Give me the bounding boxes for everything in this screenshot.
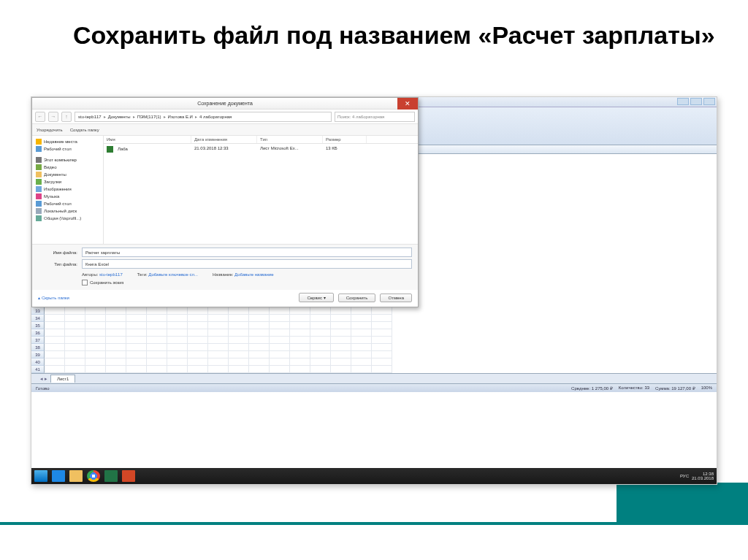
filetype-label: Тип файла: <box>38 262 77 266</box>
breadcrumb-item[interactable]: Документы <box>108 115 131 119</box>
slide-title: Сохранить файл под названием «Расчет зар… <box>73 20 715 50</box>
nav-up-icon[interactable]: ↑ <box>61 112 72 122</box>
tags-value[interactable]: Добавьте ключевое сл... <box>148 272 198 277</box>
sidebar-item[interactable]: Локальный диск <box>32 207 103 215</box>
hide-folders-link[interactable]: ▴ Скрыть папки <box>38 295 69 300</box>
docname-value[interactable]: Добавьте название <box>234 272 273 277</box>
sheet-tabs[interactable]: ◂ ▸ Лист1 <box>31 373 717 383</box>
filename-label: Имя файла: <box>38 250 77 255</box>
status-bar: Готово Среднее: 1 275,00 ₽ Количество: 3… <box>31 383 717 392</box>
powerpoint-icon[interactable] <box>122 470 135 482</box>
folder-icon <box>36 215 42 221</box>
save-thumbnail-checkbox[interactable] <box>82 280 88 285</box>
organize-button[interactable]: Упорядочить <box>37 128 63 132</box>
close-icon[interactable]: ✕ <box>397 98 418 110</box>
sidebar-item-recent[interactable]: Недавние места <box>32 138 103 145</box>
folder-icon <box>36 179 42 185</box>
pc-icon <box>36 157 42 163</box>
dialog-toolbar: Упорядочить Создать папку <box>32 124 418 136</box>
sidebar-item[interactable]: Общая (\\tsprofil...) <box>32 215 103 222</box>
chrome-icon[interactable] <box>87 470 100 482</box>
file-explorer-icon[interactable] <box>69 470 83 482</box>
tray-lang[interactable]: РУС <box>680 474 689 478</box>
accent-bar <box>617 483 748 525</box>
dialog-title: Сохранение документа ✕ <box>32 98 418 110</box>
sidebar-thispc[interactable]: Этот компьютер <box>32 156 103 164</box>
start-button-icon[interactable] <box>34 470 47 482</box>
folder-icon <box>36 172 42 177</box>
save-as-dialog: Сохранение документа ✕ ← → ↑ stu-tepb117… <box>31 97 419 307</box>
sidebar-item[interactable]: Видео <box>32 164 103 171</box>
dialog-navbar: ← → ↑ stu-tepb117▸Документы▸ПЭМ(117(1)▸И… <box>32 110 418 124</box>
new-folder-button[interactable]: Создать папку <box>70 128 99 132</box>
folder-icon <box>36 201 42 207</box>
star-icon <box>36 139 42 145</box>
sheet-tab[interactable]: Лист1 <box>50 375 75 383</box>
file-list[interactable]: Имя Дата изменения Тип Размер Лаба 21.03… <box>104 136 418 244</box>
folder-icon <box>36 193 42 199</box>
folder-icon <box>36 208 42 214</box>
list-item[interactable]: Лаба 21.03.2018 12:33 Лист Microsoft Ex.… <box>104 144 418 155</box>
window-controls[interactable] <box>677 98 715 105</box>
cancel-button[interactable]: Отмена <box>380 294 412 302</box>
sidebar-item[interactable]: Музыка <box>32 193 103 200</box>
nav-back-icon[interactable]: ← <box>35 112 45 122</box>
search-input[interactable]: Поиск: 4 лабораторная <box>335 112 415 122</box>
breadcrumb-item[interactable]: 4 лабораторная <box>199 115 232 119</box>
nav-fwd-icon[interactable]: → <box>48 112 58 122</box>
save-button[interactable]: Сохранить <box>338 294 376 302</box>
dialog-bottom: Имя файла: Расчет зарплаты Тип файла: Кн… <box>32 244 418 290</box>
excel-icon[interactable] <box>104 470 118 482</box>
sidebar-item[interactable]: Рабочий стол <box>32 200 103 207</box>
save-thumbnail-label: Сохранить эскиз <box>90 280 123 285</box>
zoom-level[interactable]: 100% <box>701 386 712 391</box>
breadcrumb-item[interactable]: ПЭМ(117(1) <box>137 115 161 119</box>
breadcrumb-item[interactable]: Изотова Е.И <box>168 115 193 119</box>
screenshot: Microsoft Excel Объединить и поместить в… <box>31 96 717 485</box>
sidebar-item[interactable]: Изображения <box>32 185 103 193</box>
folder-icon <box>36 164 42 170</box>
breadcrumb-item[interactable]: stu-tepb117 <box>78 115 102 119</box>
system-tray[interactable]: РУС 12:38 21.03.2018 <box>680 472 714 480</box>
desktop-icon <box>36 146 42 152</box>
authors-value[interactable]: stu-tepb117 <box>99 272 123 277</box>
breadcrumb[interactable]: stu-tepb117▸Документы▸ПЭМ(117(1)▸Изотова… <box>75 112 332 122</box>
sidebar-item[interactable]: Документы <box>32 171 103 178</box>
tray-clock[interactable]: 12:38 21.03.2018 <box>692 472 714 480</box>
tools-button[interactable]: Сервис <box>299 293 333 302</box>
filename-field[interactable]: Расчет зарплаты <box>82 248 412 257</box>
file-list-header[interactable]: Имя Дата изменения Тип Размер <box>104 136 418 144</box>
ie-icon[interactable] <box>52 470 65 482</box>
sidebar-item-desktop[interactable]: Рабочий стол <box>32 145 103 153</box>
filetype-field[interactable]: Книга Excel <box>82 259 412 269</box>
excel-file-icon <box>107 146 113 153</box>
windows-taskbar[interactable]: РУС 12:38 21.03.2018 <box>31 468 717 484</box>
dialog-sidebar[interactable]: Недавние места Рабочий стол Этот компьют… <box>32 136 104 244</box>
folder-icon <box>36 186 42 192</box>
status-ready: Готово <box>36 386 50 391</box>
accent-line <box>0 522 617 525</box>
sidebar-item[interactable]: Загрузки <box>32 178 103 185</box>
